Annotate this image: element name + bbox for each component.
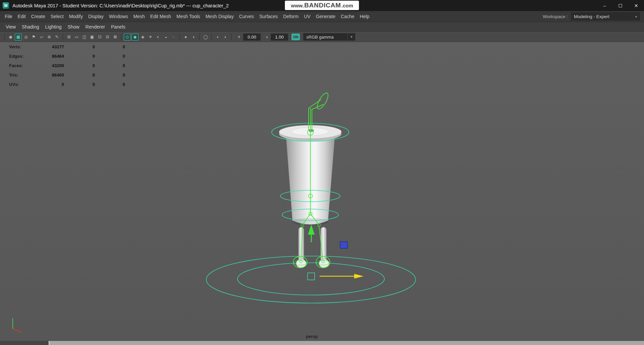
bottom-strip: [0, 341, 644, 345]
toolbar-icon[interactable]: [199, 34, 200, 40]
exposure-input[interactable]: 0.00: [243, 34, 261, 41]
menu-item[interactable]: Windows: [106, 14, 131, 19]
toolbar-icon[interactable]: [211, 34, 212, 40]
panel-menu-item[interactable]: View: [3, 24, 19, 30]
camera-attributes-icon[interactable]: ◎: [22, 34, 30, 41]
menu-item[interactable]: Select: [48, 14, 66, 19]
toolbar-icon[interactable]: [179, 34, 180, 40]
hud-row: Verts: 43277 0 0: [0, 42, 125, 51]
window-title: Autodesk Maya 2017 - Student Version: C:…: [12, 3, 229, 8]
menu-item[interactable]: Mesh: [131, 14, 148, 19]
close-button[interactable]: ✕: [628, 0, 644, 11]
panel-menu-item[interactable]: Panels: [108, 24, 128, 30]
gate-mask-icon[interactable]: ▣: [89, 34, 96, 41]
menu-item[interactable]: Surfaces: [257, 14, 280, 19]
workspace-value: Modeling - Expert: [574, 14, 609, 19]
menu-item[interactable]: Curves: [236, 14, 257, 19]
film-gate-icon[interactable]: ▭: [73, 34, 80, 41]
multisample-icon[interactable]: ●: [182, 34, 189, 41]
camera-icon[interactable]: ◉: [7, 34, 14, 41]
root-center-handle[interactable]: [308, 273, 315, 280]
grease-pencil-icon[interactable]: ✎: [53, 34, 60, 41]
watermark-prefix: www.: [291, 3, 304, 8]
isolate-select-icon[interactable]: ◯: [202, 34, 209, 41]
toolbar-icon[interactable]: [231, 34, 231, 40]
toolbar-icon[interactable]: [4, 34, 5, 40]
menu-item[interactable]: Deform: [280, 14, 301, 19]
workspace-area: Workspace : Modeling - Expert ▾: [543, 12, 644, 20]
grid-icon[interactable]: ⊞: [65, 34, 72, 41]
wireframe-icon[interactable]: ◇: [124, 34, 131, 41]
field-chart-icon[interactable]: ⊡: [96, 34, 103, 41]
menu-item[interactable]: UV: [301, 14, 313, 19]
panel-menu-item[interactable]: Lighting: [42, 24, 64, 30]
menu-item[interactable]: Generate: [313, 14, 338, 19]
watermark-brand: BANDICAM: [304, 2, 341, 9]
panel-menubar: ViewShadingLightingShowRendererPanels: [0, 22, 644, 32]
toolbar-icon[interactable]: [121, 34, 121, 40]
colorspace-value: sRGB gamma: [303, 33, 347, 41]
menu-item[interactable]: Mesh Display: [203, 14, 236, 19]
hud-row: Tris: 86400 0 0: [0, 70, 125, 80]
menu-item[interactable]: Cache: [338, 14, 357, 19]
use-all-lights-icon[interactable]: ☀: [147, 34, 154, 41]
translate-x-arrow[interactable]: [320, 274, 364, 279]
camera-lock-icon[interactable]: ▦: [15, 34, 22, 41]
chevron-down-icon: ▾: [635, 15, 637, 18]
hud-row: Faces: 43200 0 0: [0, 61, 125, 70]
menu-item[interactable]: Edit Mesh: [148, 14, 174, 19]
menu-item[interactable]: Mesh Tools: [174, 14, 203, 19]
translate-plane-handle[interactable]: [340, 242, 347, 248]
menu-item[interactable]: Display: [86, 14, 106, 19]
pan-zoom-icon[interactable]: ⊕: [46, 34, 53, 41]
depth-of-field-icon[interactable]: ◑: [190, 34, 197, 41]
xray-joints-icon[interactable]: ◗: [222, 34, 229, 41]
bookmark-icon[interactable]: ⚑: [30, 34, 37, 41]
menu-item[interactable]: File: [2, 14, 15, 19]
maya-window: M Autodesk Maya 2017 - Student Version: …: [0, 0, 644, 345]
safe-action-icon[interactable]: ⊟: [104, 34, 111, 41]
panel-menu-item[interactable]: Shading: [19, 24, 42, 30]
hud-row: Edges: 86464 0 0: [0, 51, 125, 61]
root-control-circles[interactable]: [206, 256, 416, 303]
workspace-label: Workspace :: [543, 14, 568, 19]
ambient-occlusion-icon[interactable]: ◒: [162, 34, 169, 41]
panel-menu-item[interactable]: Renderer: [83, 24, 108, 30]
maya-logo-icon: M: [3, 2, 9, 9]
chevron-down-icon: ▼: [348, 33, 355, 41]
menu-item[interactable]: Edit: [15, 14, 29, 19]
menu-item[interactable]: Help: [357, 14, 372, 19]
watermark-suffix: .com: [341, 3, 353, 8]
minimize-button[interactable]: –: [597, 0, 612, 11]
translate-y-arrow[interactable]: [308, 225, 315, 242]
colorspace-dropdown[interactable]: sRGB gamma ▼: [303, 33, 355, 41]
titlebar: M Autodesk Maya 2017 - Student Version: …: [0, 0, 644, 11]
viewport[interactable]: Verts: 43277 0 0 Edges: 86464 0 0 Faces:…: [0, 42, 644, 341]
image-plane-icon[interactable]: ▱: [38, 34, 45, 41]
toolbar-icon[interactable]: [63, 34, 63, 40]
gamma-field-group: ◑ 1.00: [264, 34, 288, 41]
exposure-icon[interactable]: ☀: [236, 34, 242, 40]
color-management-on-toggle[interactable]: ON: [291, 34, 300, 40]
resolution-gate-icon[interactable]: ◫: [81, 34, 88, 41]
status-toolbar: ◉▦◎⚑▱⊕✎⊞▭◫▣⊡⊟⊠◇◆◈☀◐◒◌●◑◯◖◗ ☀ 0.00 ◑ 1.00…: [0, 32, 644, 42]
menu-item[interactable]: Create: [29, 14, 48, 19]
main-menubar: FileEditCreateSelectModifyDisplayWindows…: [0, 11, 644, 22]
menu-items: FileEditCreateSelectModifyDisplayWindows…: [2, 14, 372, 19]
shadows-icon[interactable]: ◐: [155, 34, 162, 41]
motion-blur-icon[interactable]: ◌: [170, 34, 177, 41]
gamma-icon[interactable]: ◑: [264, 34, 270, 40]
textured-icon[interactable]: ◈: [139, 34, 146, 41]
safe-title-icon[interactable]: ⊠: [112, 34, 119, 41]
gamma-input[interactable]: 1.00: [271, 34, 288, 41]
panel-menu-item[interactable]: Show: [65, 24, 83, 30]
workspace-dropdown[interactable]: Modeling - Expert ▾: [571, 12, 640, 20]
toolbar-icons: ◉▦◎⚑▱⊕✎⊞▭◫▣⊡⊟⊠◇◆◈☀◐◒◌●◑◯◖◗: [3, 34, 233, 41]
smooth-shade-icon[interactable]: ◆: [131, 34, 139, 41]
axis-indicator: [7, 316, 31, 335]
menu-item[interactable]: Modify: [66, 14, 86, 19]
xray-icon[interactable]: ◖: [214, 34, 221, 41]
bottom-strip-right: [49, 341, 644, 345]
maximize-button[interactable]: ☐: [612, 0, 628, 11]
exposure-field-group: ☀ 0.00: [236, 34, 261, 41]
